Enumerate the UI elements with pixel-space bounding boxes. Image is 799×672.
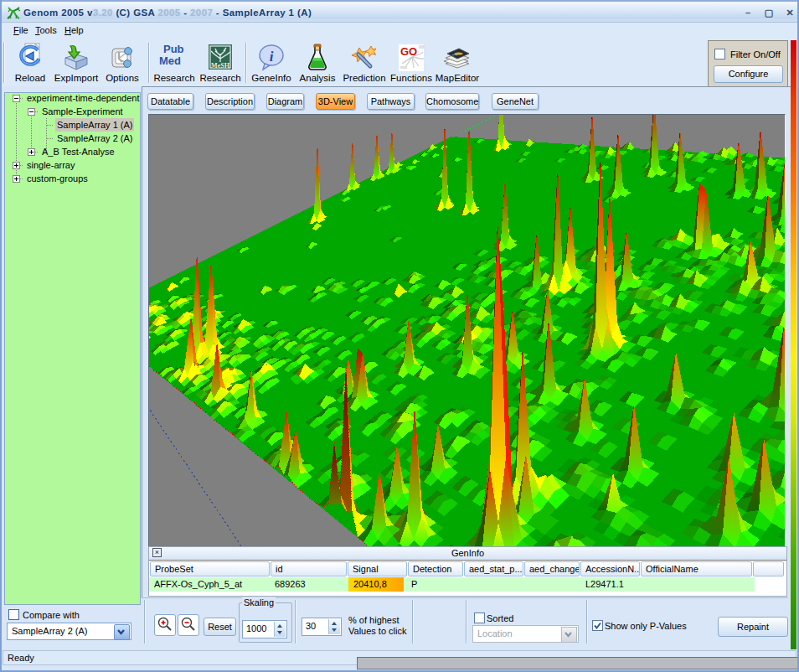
- svg-text:MeSH: MeSH: [211, 62, 230, 70]
- svg-text:Med: Med: [159, 54, 181, 67]
- svg-text:Pub: Pub: [163, 43, 184, 55]
- svg-text:i: i: [270, 49, 274, 65]
- svg-text:GO: GO: [400, 45, 417, 58]
